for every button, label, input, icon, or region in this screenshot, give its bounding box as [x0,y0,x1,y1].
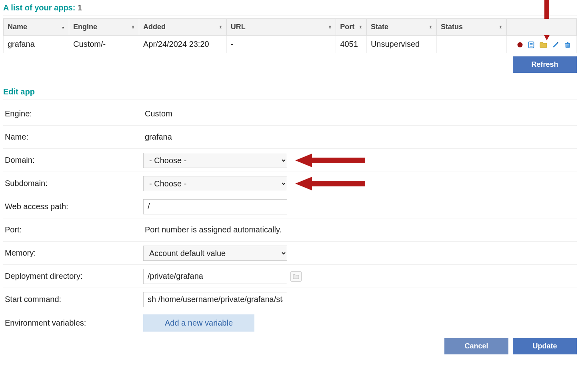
annotation-arrow-left [295,154,365,167]
row-deploydir: Deployment directory: [3,265,577,288]
row-memory: Memory: Account default value [3,242,577,265]
col-header-state[interactable]: State [366,19,436,36]
col-header-port[interactable]: Port [336,19,367,36]
deploydir-input[interactable] [143,269,287,284]
domain-select[interactable]: - Choose - [143,153,287,168]
update-button[interactable]: Update [513,338,577,354]
engine-label: Engine: [3,109,143,118]
refresh-button[interactable]: Refresh [513,56,577,73]
port-value: Port number is assigned automatically. [143,224,577,235]
table-row: grafana Custom/- Apr/24/2024 23:20 - 405… [4,36,577,53]
col-header-added[interactable]: Added [139,19,227,36]
port-label: Port: [3,225,143,234]
startcmd-input[interactable] [143,292,287,307]
subdomain-select[interactable]: - Choose - [143,176,287,191]
cell-port: 4051 [336,36,367,53]
edit-app-title: Edit app [3,87,577,96]
col-header-status[interactable]: Status [436,19,506,36]
svg-rect-13 [567,42,568,43]
add-variable-button[interactable]: Add a new variable [143,314,254,332]
webpath-label: Web access path: [3,202,143,211]
cell-status [436,36,506,53]
row-engine: Engine: Custom [3,102,577,126]
logs-icon[interactable] [528,41,535,48]
svg-point-2 [517,42,522,47]
row-port: Port: Port number is assigned automatica… [3,218,577,242]
browse-folder-button[interactable] [290,271,302,282]
col-header-name-label: Name [8,23,27,31]
edit-icon[interactable] [552,41,559,48]
cell-added: Apr/24/2024 23:20 [139,36,227,53]
row-startcmd: Start command: [3,288,577,311]
svg-marker-15 [295,177,365,190]
startcmd-label: Start command: [3,295,143,304]
name-value: grafana [143,132,577,142]
row-subdomain: Subdomain: - Choose - [3,172,577,195]
annotation-arrow-left [295,177,365,190]
apps-list-title-text: A list of your apps: [3,3,75,12]
name-label: Name: [3,132,143,142]
col-header-added-label: Added [143,23,166,31]
folder-icon[interactable] [540,41,548,48]
trash-icon[interactable] [564,41,571,48]
apps-table: Name Engine Added URL Port [3,18,577,53]
row-env: Environment variables: Add a new variabl… [3,311,577,335]
col-header-url-label: URL [231,23,246,31]
row-webpath: Web access path: [3,195,577,218]
row-domain: Domain: - Choose - [3,149,577,172]
col-header-url[interactable]: URL [226,19,336,36]
memory-label: Memory: [3,248,143,258]
col-header-name[interactable]: Name [4,19,69,36]
col-header-engine-label: Engine [73,23,97,31]
cell-actions [506,36,576,53]
webpath-input[interactable] [143,199,287,214]
cell-state: Unsupervised [366,36,436,53]
cell-engine: Custom/- [69,36,139,53]
row-name: Name: grafana [3,126,577,149]
divider [3,100,577,100]
col-header-actions [506,19,576,36]
apps-list-title: A list of your apps: 1 [3,3,577,12]
subdomain-label: Subdomain: [3,179,143,188]
folder-open-icon [293,274,299,279]
memory-select[interactable]: Account default value [143,246,287,261]
col-header-status-label: Status [441,23,463,31]
svg-marker-14 [295,154,365,167]
cell-name: grafana [4,36,69,53]
domain-label: Domain: [3,156,143,165]
col-header-state-label: State [371,23,388,31]
deploydir-label: Deployment directory: [3,272,143,281]
status-dot-icon[interactable] [517,42,523,48]
divider [3,16,577,16]
col-header-engine[interactable]: Engine [69,19,139,36]
cell-url: - [226,36,336,53]
cancel-button[interactable]: Cancel [444,338,508,354]
env-label: Environment variables: [3,318,143,328]
engine-value: Custom [143,108,577,119]
apps-list-count: 1 [78,3,82,12]
col-header-port-label: Port [340,23,354,31]
